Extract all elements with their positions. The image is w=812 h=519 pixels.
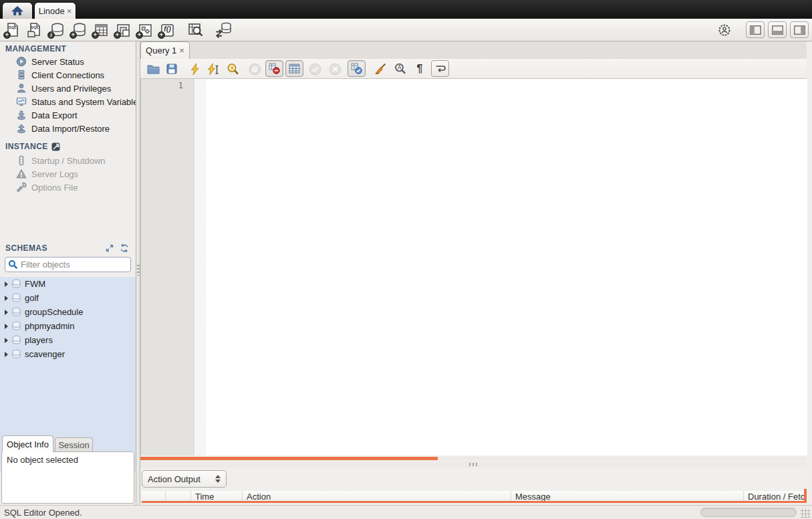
expander-icon[interactable] (5, 324, 8, 329)
output-col-time[interactable]: Time (191, 491, 243, 501)
schema-icon (11, 349, 21, 359)
tab-object-info[interactable]: Object Info (2, 435, 53, 452)
scrollbar-thumb[interactable] (140, 457, 438, 460)
output-table-header: Time Action Message Duration / Fetch (142, 491, 804, 503)
create-schema-icon[interactable]: + (70, 21, 88, 39)
toggle-bottom-panel-button[interactable] (768, 21, 787, 38)
new-sql-tab-icon[interactable]: SQL + (4, 21, 21, 39)
schema-row-fwm[interactable]: FWM (0, 277, 136, 291)
close-query-tab-icon[interactable]: × (179, 46, 184, 55)
sidebar-main-splitter[interactable] (136, 41, 140, 505)
sidebar-item-server-status[interactable]: Server Status (0, 55, 136, 68)
app-window: Linode × SQL + SQL i + (0, 0, 812, 519)
expander-icon[interactable] (5, 338, 8, 343)
commit-icon[interactable] (307, 62, 322, 76)
rollback-icon[interactable] (327, 62, 342, 76)
schema-row-scavenger[interactable]: scavenger (0, 347, 136, 361)
status-variables-icon (16, 96, 27, 107)
toggle-autocommit-button[interactable] (348, 60, 366, 77)
output-type-select[interactable]: Action Output (142, 470, 227, 488)
sidebar-item-data-import[interactable]: Data Import/Restore (0, 122, 136, 135)
output-col-empty-1[interactable] (142, 491, 166, 501)
output-col-empty-2[interactable] (166, 491, 191, 501)
execute-current-icon[interactable] (206, 62, 221, 76)
options-file-icon (16, 182, 27, 193)
startup-shutdown-icon (16, 155, 27, 166)
schema-row-golf[interactable]: golf (0, 291, 136, 305)
expand-schemas-icon[interactable] (105, 243, 114, 253)
execute-icon[interactable] (187, 62, 202, 76)
users-icon (16, 83, 27, 94)
expander-icon[interactable] (5, 296, 8, 301)
toggle-right-panel-button[interactable] (790, 21, 809, 38)
progress-indicator (700, 508, 797, 517)
output-vertical-scrollbar[interactable] (804, 489, 807, 503)
sidebar-item-startup-shutdown[interactable]: Startup / Shutdown (0, 154, 136, 167)
window-resize-grip[interactable] (801, 509, 810, 518)
open-sql-script-icon[interactable]: SQL (26, 21, 43, 39)
sidebar-item-server-logs[interactable]: Server Logs (0, 167, 136, 181)
schema-row-phpmyadmin[interactable]: phpmyadmin (0, 319, 136, 333)
tab-query-1[interactable]: Query 1 × (140, 41, 190, 59)
beautify-icon[interactable] (373, 62, 388, 76)
output-col-duration[interactable]: Duration / Fetch (744, 491, 804, 501)
output-col-action[interactable]: Action (243, 491, 511, 501)
toggle-stop-on-error-button[interactable] (265, 60, 283, 77)
refresh-schemas-icon[interactable] (120, 243, 129, 253)
home-tab[interactable] (2, 2, 33, 19)
schema-icon (11, 293, 21, 303)
schema-row-groupschedule[interactable]: groupSchedule (0, 305, 136, 319)
preferences-icon[interactable] (716, 21, 733, 39)
toggle-wrap-button[interactable] (431, 60, 449, 77)
expander-icon[interactable] (5, 352, 8, 357)
connection-tab-label: Linode (39, 6, 65, 16)
stop-icon[interactable] (247, 62, 262, 76)
output-col-message[interactable]: Message (511, 491, 744, 501)
sidebar-item-options-file[interactable]: Options File (0, 181, 136, 194)
find-icon[interactable]: A (393, 62, 408, 76)
schema-row-players[interactable]: players (0, 333, 136, 347)
inspect-database-icon[interactable]: i (48, 21, 65, 39)
expander-icon[interactable] (5, 282, 8, 287)
search-data-icon[interactable] (186, 21, 204, 39)
editor-output-splitter[interactable] (140, 461, 807, 468)
create-procedure-icon[interactable]: + (136, 21, 154, 39)
create-table-icon[interactable]: + (92, 21, 110, 39)
object-info-content: No object selected (1, 451, 134, 504)
limit-rows-button[interactable] (285, 60, 303, 77)
instance-section-title: INSTANCE (5, 142, 60, 151)
query-tab-bar: Query 1 × (140, 41, 807, 59)
expander-icon[interactable] (5, 310, 8, 315)
explain-icon[interactable] (225, 62, 240, 76)
filter-objects-input[interactable] (21, 260, 121, 270)
toggle-invisibles-icon[interactable]: ¶ (412, 62, 427, 76)
tab-session[interactable]: Session (55, 437, 93, 452)
output-panel: Action Output Time Action Message Durati… (140, 468, 807, 505)
management-section-title: MANAGEMENT (5, 44, 66, 54)
toggle-left-panel-button[interactable] (746, 21, 765, 38)
sidebar-item-client-connections[interactable]: Client Connections (0, 68, 136, 82)
create-function-icon[interactable]: f() + (158, 21, 176, 39)
schema-icon (11, 279, 21, 289)
sql-editor: 1 (140, 79, 807, 455)
main-toolbar-right (716, 21, 812, 39)
open-script-icon[interactable] (146, 62, 160, 76)
save-script-icon[interactable] (164, 62, 179, 76)
client-connections-icon (16, 70, 27, 80)
sidebar-item-data-export[interactable]: Data Export (0, 108, 136, 122)
editor-horizontal-scrollbar[interactable] (140, 457, 807, 460)
management-items: Server Status Client Connections Users a… (0, 55, 136, 135)
connection-tab[interactable]: Linode × (34, 2, 76, 19)
schema-filter (5, 257, 131, 272)
instance-items: Startup / Shutdown Server Logs Options F… (0, 154, 136, 194)
code-input-area[interactable] (206, 79, 807, 455)
line-number-gutter: 1 (141, 79, 194, 455)
home-icon (11, 5, 24, 16)
sidebar-item-status-variables[interactable]: Status and System Variables (0, 95, 136, 108)
sidebar-item-users-privileges[interactable]: Users and Privileges (0, 82, 136, 95)
server-logs-icon (16, 169, 27, 179)
close-tab-icon[interactable]: × (67, 7, 72, 15)
status-bar: SQL Editor Opened. (0, 505, 812, 519)
reconnect-dbms-icon[interactable] (215, 21, 232, 39)
create-view-icon[interactable]: + (114, 21, 132, 39)
